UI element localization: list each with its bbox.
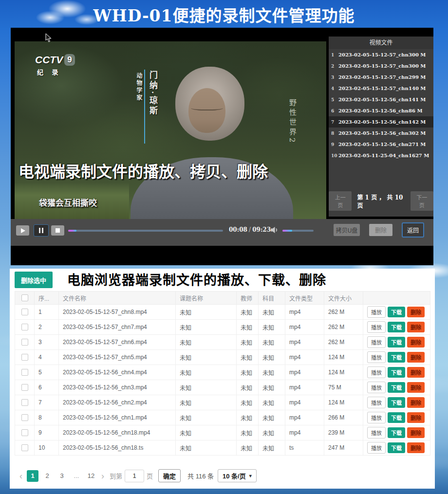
file-size: 302 M [409, 130, 431, 136]
file-size: 140 M [409, 86, 431, 91]
select-all-checkbox[interactable] [21, 294, 28, 301]
row-checkbox[interactable] [21, 429, 28, 436]
copy-usb-button[interactable]: 拷贝U盘 [334, 224, 360, 236]
download-button[interactable]: 下载 [388, 367, 405, 378]
tv-file-row[interactable]: 52023-02-05-15-12-56_chn4.mp4141 M [329, 94, 433, 105]
delete-button[interactable]: 删除 [407, 397, 425, 408]
cell-filename: 2023-02-05-15-12-57_chn5.mp4 [59, 350, 176, 365]
delete-button[interactable]: 删除 [407, 322, 425, 332]
tv-feature-overlay-text: 电视端录制文件的播放、拷贝、删除 [19, 159, 326, 182]
delete-button[interactable]: 删除 [407, 367, 425, 378]
tv-file-row[interactable]: 32023-02-05-15-12-57_chn6.mp4299 M [329, 72, 433, 83]
play-button[interactable]: 播放 [367, 336, 386, 348]
pagination-page[interactable]: 1 [27, 470, 38, 482]
play-button[interactable]: 播放 [367, 397, 386, 408]
cctv-logo-text: CCTV [35, 54, 63, 66]
download-button[interactable]: 下载 [388, 307, 405, 317]
row-checkbox[interactable] [21, 369, 28, 376]
play-button[interactable]: 播放 [367, 412, 386, 423]
cell-filename: 2023-02-05-15-12-56_chn18.mp4 [59, 425, 176, 440]
download-button[interactable]: 下载 [388, 412, 405, 423]
download-button[interactable]: 下载 [388, 397, 405, 408]
cell-index: 5 [35, 365, 59, 380]
delete-button[interactable]: 删除 [407, 412, 425, 423]
delete-button[interactable]: 删除 [407, 442, 425, 453]
play-button[interactable]: 播放 [367, 382, 386, 393]
row-checkbox[interactable] [21, 354, 28, 361]
pagination-pages: 123...12 [25, 470, 98, 482]
prev-chevron-icon[interactable]: ‹ [17, 470, 25, 482]
cell-teacher: 未知 [237, 440, 259, 456]
page-size-value: 10 条/页 [223, 471, 246, 480]
next-page-button[interactable]: 下一页 [411, 191, 433, 211]
row-checkbox[interactable] [21, 309, 28, 315]
play-button[interactable]: 播放 [367, 321, 386, 333]
tv-file-row[interactable]: 12023-02-05-15-12-57_chn8.mp4300 M [329, 49, 433, 60]
cell-topic: 未知 [176, 320, 237, 335]
pagination-page[interactable]: 3 [56, 470, 68, 482]
cell-filetype: mp4 [285, 320, 324, 335]
download-button[interactable]: 下载 [388, 442, 405, 453]
program-watermark: 野性世界2 [287, 99, 298, 145]
download-button[interactable]: 下载 [388, 352, 405, 363]
prev-page-button[interactable]: 上一页 [329, 191, 352, 211]
file-name: 2023-02-05-15-12-56_chn3.mp4 [338, 108, 409, 113]
cell-filesize: 124 M [324, 365, 363, 380]
cell-index: 8 [35, 410, 59, 425]
cell-teacher: 未知 [237, 320, 259, 335]
play-icon-button[interactable] [16, 225, 29, 236]
tv-delete-button[interactable]: 删除 [369, 224, 392, 236]
delete-selected-button[interactable]: 删除选中 [15, 272, 53, 288]
play-button[interactable]: 播放 [367, 366, 386, 378]
play-button[interactable]: 播放 [367, 351, 386, 363]
confirm-button[interactable]: 确定 [158, 469, 181, 482]
row-checkbox[interactable] [21, 324, 28, 330]
delete-button[interactable]: 删除 [407, 337, 425, 348]
play-button[interactable]: 播放 [367, 427, 386, 439]
tv-file-row[interactable]: 82023-02-05-15-12-56_chn1.mp4302 M [329, 128, 433, 139]
video-file-panel: 视频文件 12023-02-05-15-12-57_chn8.mp4300 M2… [329, 37, 433, 217]
tv-file-row[interactable]: 102023-02-05-11-25-04_chn7_1.mp41627 M [329, 150, 433, 161]
play-button[interactable]: 播放 [367, 442, 386, 454]
cell-filesize: 262 M [324, 335, 363, 350]
tv-file-row[interactable]: 62023-02-05-15-12-56_chn3.mp486 M [329, 105, 433, 116]
play-button[interactable]: 播放 [367, 306, 386, 318]
file-index: 10 [331, 153, 338, 158]
video-player-view[interactable]: CCTV 9 纪 录 动物学家 门纳·琼斯 野性世界2 电视端录制文件的播放、拷… [15, 41, 326, 219]
goto-page-input[interactable] [125, 470, 144, 482]
row-checkbox[interactable] [21, 444, 28, 451]
pagination-page[interactable]: 12 [85, 470, 97, 482]
delete-button[interactable]: 删除 [407, 427, 425, 438]
download-button[interactable]: 下载 [388, 382, 405, 393]
volume-icon[interactable] [271, 226, 279, 234]
page-size-select[interactable]: 10 条/页 ▾ [218, 469, 257, 482]
row-checkbox[interactable] [21, 384, 28, 391]
cell-teacher: 未知 [237, 335, 259, 350]
table-row: 102023-02-05-15-12-56_chn18.ts未知未知未知ts24… [15, 440, 430, 456]
tv-file-row[interactable]: 92023-02-05-15-12-56_chn18.mp4271 M [329, 139, 433, 150]
tv-file-row[interactable]: 42023-02-05-15-12-57_chn5.mp4140 M [329, 83, 433, 94]
cell-teacher: 未知 [237, 395, 259, 410]
next-chevron-icon[interactable]: › [98, 470, 107, 482]
cell-teacher: 未知 [237, 425, 259, 440]
download-button[interactable]: 下载 [388, 427, 405, 438]
pagination-page[interactable]: 2 [41, 470, 53, 482]
delete-button[interactable]: 删除 [407, 307, 425, 317]
download-button[interactable]: 下载 [388, 322, 405, 332]
pause-icon-button[interactable] [34, 224, 49, 237]
volume-bar-level [282, 230, 292, 232]
mouse-cursor [45, 33, 52, 43]
row-checkbox[interactable] [21, 414, 28, 421]
delete-button[interactable]: 删除 [407, 382, 425, 393]
stop-icon-button[interactable] [51, 225, 64, 236]
chevron-down-icon: ▾ [249, 473, 252, 478]
delete-button[interactable]: 删除 [407, 352, 425, 363]
download-button[interactable]: 下载 [388, 337, 405, 348]
row-checkbox[interactable] [21, 339, 28, 346]
tv-file-row[interactable]: 72023-02-05-15-12-56_chn2.mp4142 M [329, 116, 433, 128]
row-checkbox[interactable] [21, 399, 28, 406]
seek-bar[interactable] [68, 230, 223, 232]
tv-file-row[interactable]: 22023-02-05-15-12-57_chn7.mp4300 M [329, 60, 433, 72]
back-button[interactable]: 返回 [402, 222, 424, 238]
volume-bar[interactable] [282, 230, 314, 232]
